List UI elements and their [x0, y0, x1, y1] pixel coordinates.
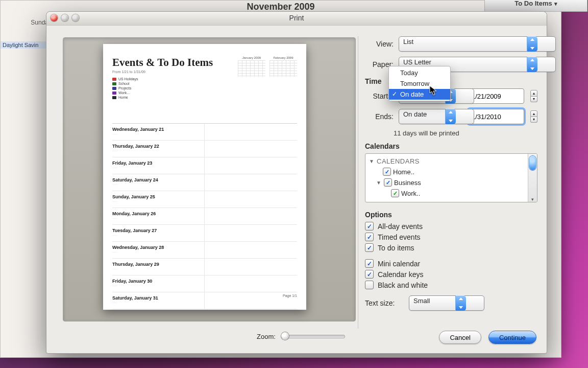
row-date: Sunday, January 25 [112, 194, 204, 199]
option-label: Calendar keys [378, 270, 424, 279]
paper-value: US Letter [403, 58, 431, 66]
zoom-label: Zoom: [257, 333, 276, 340]
preview-row: Tuesday, January 27······ [112, 225, 297, 242]
ends-select[interactable]: On date [399, 109, 474, 124]
option-label: Timed events [378, 233, 421, 241]
key-swatch [112, 78, 116, 81]
disclosure-icon[interactable]: ▼ [369, 158, 375, 164]
preview-row: Friday, January 23······ [112, 157, 297, 174]
scroll-down-icon[interactable]: ▾ [530, 197, 535, 202]
mini-month-title: January 2009 [238, 56, 265, 59]
calendar-key: Projects [112, 86, 297, 90]
option-checkbox[interactable] [365, 281, 374, 289]
starts-stepper[interactable]: ▲▼ [530, 90, 537, 102]
row-sub: ······ [112, 234, 204, 237]
row-date: Monday, January 26 [112, 211, 204, 216]
preview-row: Saturday, January 31······ [112, 292, 297, 309]
days-note: 11 days will be printed [394, 129, 537, 137]
home-calendar-label[interactable]: Home.. [393, 168, 414, 176]
option-checkbox[interactable] [365, 270, 374, 279]
row-sub: ······ [112, 217, 204, 220]
row-sub: ······ [112, 166, 204, 169]
textsize-value: Small [413, 297, 430, 305]
key-swatch [112, 91, 116, 95]
option-checkbox[interactable] [365, 222, 374, 231]
ends-date-input[interactable] [468, 109, 524, 124]
row-date: Thursday, January 22 [112, 144, 204, 149]
select-arrows-icon [455, 295, 466, 311]
scroll-thumb[interactable] [529, 156, 536, 170]
textsize-label: Text size: [365, 299, 404, 307]
slider-knob[interactable] [281, 332, 289, 340]
preview-row: Friday, January 30······ [112, 275, 297, 292]
calendars-list[interactable]: ▼ CALENDARS Home.. ▼ Business [365, 153, 537, 202]
option-label: All-day events [378, 222, 423, 231]
business-calendar-label[interactable]: Business [394, 179, 421, 187]
row-sub: ······ [112, 284, 204, 287]
window-title: Print [46, 14, 547, 22]
home-checkbox[interactable] [383, 168, 391, 176]
key-swatch [112, 96, 116, 99]
option-checkbox[interactable] [365, 243, 374, 252]
starts-option-ondate[interactable]: ✓On date [389, 89, 450, 100]
calendars-section-title: Calendars [365, 142, 537, 150]
stepper-up-icon[interactable]: ▲ [530, 110, 537, 117]
option-row: All-day events [365, 222, 537, 231]
starts-option-tomorrow[interactable]: Tomorrow [389, 78, 450, 89]
row-date: Friday, January 23 [112, 160, 204, 166]
option-checkbox[interactable] [365, 233, 374, 241]
calendar-key: Home [112, 95, 297, 100]
chevron-down-icon: ▾ [552, 1, 557, 7]
row-sub: ······ [112, 149, 204, 152]
mini-calendar: January 2009 [238, 56, 265, 77]
stepper-down-icon[interactable]: ▼ [530, 117, 537, 123]
row-sub: ······ [112, 250, 204, 254]
menu-item-label: Today [400, 69, 418, 77]
preview-row: Thursday, January 22······ [112, 141, 297, 157]
stepper-up-icon[interactable]: ▲ [530, 90, 537, 97]
select-arrows-icon [527, 57, 537, 72]
key-label: Home [118, 95, 128, 100]
key-label: Projects [118, 86, 131, 90]
ends-stepper[interactable]: ▲▼ [530, 110, 537, 123]
textsize-select[interactable]: Small [409, 295, 484, 311]
preview-row: Wednesday, January 21······ [112, 124, 297, 141]
starts-popup[interactable]: Today Tomorrow ✓On date [388, 66, 451, 101]
row-date: Wednesday, January 28 [112, 245, 204, 250]
print-preview: January 2009 February 2009 Events & To D… [63, 37, 356, 321]
scrollbar[interactable]: ▴ ▾ [528, 154, 537, 202]
starts-date-input[interactable] [468, 88, 524, 104]
print-dialog: Print January 2009 February 2009 [46, 11, 547, 354]
option-checkbox[interactable] [365, 259, 374, 268]
row-date: Tuesday, January 27 [112, 228, 204, 233]
option-row: To do items [365, 243, 537, 252]
calendars-group: CALENDARS [377, 157, 420, 165]
ends-value: On date [403, 110, 427, 118]
stepper-down-icon[interactable]: ▼ [530, 97, 537, 103]
todo-header-label: To Do Items [514, 0, 552, 7]
key-swatch [112, 87, 116, 90]
business-checkbox[interactable] [384, 178, 392, 187]
disclosure-icon[interactable]: ▼ [376, 180, 382, 186]
view-label: View: [365, 40, 394, 48]
todo-header[interactable]: To Do Items▾ [484, 0, 587, 12]
key-label: School [118, 81, 129, 86]
option-label: Black and white [378, 281, 428, 289]
key-label: US Holidays [118, 77, 138, 81]
row-date: Saturday, January 24 [112, 177, 204, 182]
titlebar[interactable]: Print [46, 12, 547, 26]
option-row: Black and white [365, 281, 537, 289]
option-label: To do items [378, 244, 414, 252]
starts-option-today[interactable]: Today [389, 67, 450, 78]
continue-button[interactable]: Continue [488, 331, 536, 344]
work-checkbox[interactable] [391, 189, 399, 197]
view-value: List [403, 38, 413, 45]
zoom-slider[interactable] [281, 335, 345, 338]
option-label: Mini calendar [378, 260, 420, 268]
row-sub: ······ [112, 267, 204, 270]
work-calendar-label[interactable]: Work.. [401, 190, 420, 197]
mini-calendar: February 2009 [270, 56, 297, 77]
cancel-button[interactable]: Cancel [439, 331, 481, 344]
options-section-title: Options [365, 211, 537, 219]
page-number: Page 1/1 [283, 294, 297, 297]
